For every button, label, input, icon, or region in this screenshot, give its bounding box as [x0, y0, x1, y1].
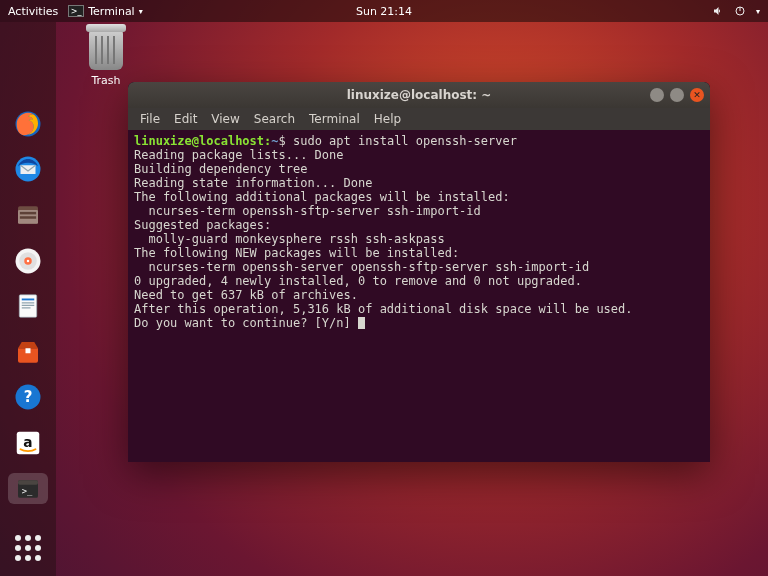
dock-files[interactable]: [8, 199, 48, 231]
menu-help[interactable]: Help: [368, 110, 407, 128]
svg-rect-16: [22, 307, 31, 308]
menu-view[interactable]: View: [205, 110, 245, 128]
window-close-button[interactable]: ✕: [690, 88, 704, 102]
prompt-path: ~: [271, 134, 278, 148]
window-titlebar[interactable]: linuxize@localhost: ~ ✕: [128, 82, 710, 108]
trash-icon: [89, 30, 123, 70]
prompt-user: linuxize@localhost: [134, 134, 264, 148]
svg-rect-13: [22, 299, 35, 301]
output-line: Do you want to continue? [Y/n]: [134, 316, 358, 330]
dock-help[interactable]: ?: [8, 382, 48, 414]
terminal-window: linuxize@localhost: ~ ✕ File Edit View S…: [128, 82, 710, 462]
output-line: The following additional packages will b…: [134, 190, 510, 204]
app-menu[interactable]: >_ Terminal ▾: [68, 5, 143, 18]
output-line: Need to get 637 kB of archives.: [134, 288, 358, 302]
dock-amazon[interactable]: a: [8, 427, 48, 459]
activities-button[interactable]: Activities: [8, 5, 58, 18]
dock: ? a >_: [0, 22, 56, 576]
terminal-icon: >_: [68, 5, 84, 17]
output-line: Suggested packages:: [134, 218, 271, 232]
svg-rect-15: [22, 305, 35, 306]
app-menu-label: Terminal: [88, 5, 135, 18]
output-line: ncurses-term openssh-server openssh-sftp…: [134, 260, 589, 274]
svg-rect-14: [22, 302, 35, 303]
chevron-down-icon: ▾: [139, 7, 143, 16]
clock[interactable]: Sun 21:14: [356, 5, 412, 18]
dock-writer[interactable]: [8, 290, 48, 322]
dock-software[interactable]: [8, 336, 48, 368]
terminal-body[interactable]: linuxize@localhost:~$ sudo apt install o…: [128, 130, 710, 462]
window-minimize-button[interactable]: [650, 88, 664, 102]
output-line: Building dependency tree: [134, 162, 307, 176]
svg-text:?: ?: [24, 388, 33, 406]
window-title: linuxize@localhost: ~: [347, 88, 492, 102]
output-line: molly-guard monkeysphere rssh ssh-askpas…: [134, 232, 445, 246]
terminal-cursor: [358, 317, 365, 329]
svg-rect-7: [20, 216, 36, 219]
output-line: 0 upgraded, 4 newly installed, 0 to remo…: [134, 274, 582, 288]
dock-firefox[interactable]: [8, 108, 48, 140]
dock-rhythmbox[interactable]: [8, 245, 48, 277]
svg-text:a: a: [23, 434, 32, 450]
volume-icon[interactable]: [712, 5, 724, 17]
output-line: After this operation, 5,316 kB of additi…: [134, 302, 633, 316]
output-line: Reading package lists... Done: [134, 148, 344, 162]
menu-terminal[interactable]: Terminal: [303, 110, 366, 128]
output-line: Reading state information... Done: [134, 176, 372, 190]
menu-edit[interactable]: Edit: [168, 110, 203, 128]
typed-command: sudo apt install openssh-server: [293, 134, 517, 148]
svg-point-11: [27, 259, 30, 262]
output-line: ncurses-term openssh-sftp-server ssh-imp…: [134, 204, 481, 218]
svg-rect-6: [20, 212, 36, 215]
terminal-menubar: File Edit View Search Terminal Help: [128, 108, 710, 130]
menu-file[interactable]: File: [134, 110, 166, 128]
dock-terminal[interactable]: >_: [8, 473, 48, 505]
desktop-trash-label: Trash: [76, 74, 136, 87]
desktop-trash[interactable]: Trash: [76, 30, 136, 87]
power-icon[interactable]: [734, 5, 746, 17]
chevron-down-icon[interactable]: ▾: [756, 7, 760, 16]
dock-thunderbird[interactable]: [8, 154, 48, 186]
gnome-top-panel: Activities >_ Terminal ▾ Sun 21:14 ▾: [0, 0, 768, 22]
output-line: The following NEW packages will be insta…: [134, 246, 459, 260]
menu-search[interactable]: Search: [248, 110, 301, 128]
show-applications-button[interactable]: [8, 532, 48, 564]
prompt-symbol: $: [279, 134, 286, 148]
window-maximize-button[interactable]: [670, 88, 684, 102]
svg-rect-17: [26, 348, 31, 353]
svg-rect-23: [18, 480, 38, 484]
svg-text:>_: >_: [22, 486, 33, 496]
